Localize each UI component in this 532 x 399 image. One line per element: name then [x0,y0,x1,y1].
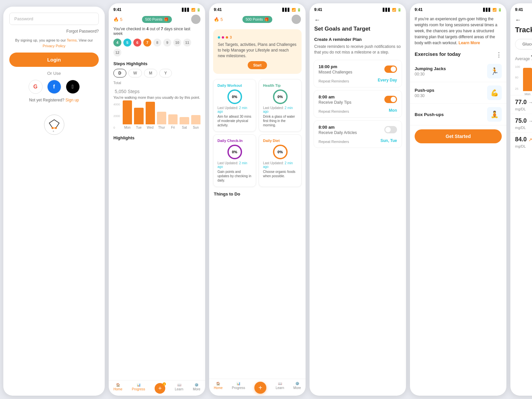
diet-time[interactable]: 2 min ago [263,161,293,169]
reminder-2-toggle[interactable] [384,96,397,103]
day-dot-12[interactable]: 12 [113,49,121,57]
tab-daily[interactable]: D [113,69,126,77]
exercise-pushups: Push-ups 00:30 💪 [410,82,506,104]
back-vitals[interactable]: ← [510,13,532,25]
reading-1-left: 77.0 → mg/DL [515,99,532,112]
reminder-3-toggle[interactable] [384,126,397,133]
login-button[interactable]: Login [9,53,99,67]
reading-2-val: 75.0 [515,117,527,124]
avg-label: Average [515,57,531,61]
activity-checkin: Daily Check-In 0% Last Updated: 2 min ag… [213,134,256,187]
setgoals-card: 9:41 ▋▋▋📶🔋 ← Set Goals and Target Create… [310,3,406,396]
tab-glucose[interactable]: Glucose Levels [515,39,532,49]
health-update: Last Updated: 2 min ago [263,106,297,113]
activity-title-checkin: Daily Check-In [217,139,252,143]
reading-1-val: 77.0 [515,99,527,105]
facebook-login-button[interactable]: f [47,80,61,94]
vitals-bars: Mon Tue Wed Thur Fri [523,66,532,96]
todo-nav-progress-label: Progress [232,386,245,390]
nav-progress[interactable]: 📊 Progress [132,383,145,394]
bar-thur-bar [157,112,166,124]
avatar[interactable] [191,15,200,24]
day-dot-10[interactable]: 10 [173,39,181,47]
day-dot-6[interactable]: 6 [133,39,141,47]
reading-2-left: 75.0 → mg/DL [515,117,532,130]
todo-section: Things to Do [209,190,306,201]
nav-learn[interactable]: 📖 Learn [175,383,184,394]
reminder-1-time: 18:00 pm [319,64,352,69]
bar-sun-label: Sun [193,126,199,129]
workout-progress: 0% [227,89,242,104]
tab-monthly[interactable]: M [144,69,157,77]
google-login-button[interactable]: G [29,80,43,94]
day-dot-7[interactable]: 7 [143,39,151,47]
points-badge[interactable]: 500 Points 🎁 [142,16,172,23]
todo-nav-learn[interactable]: 📖 Learn [276,382,284,394]
progress-icon-goals: 📊 [236,382,240,385]
reminder-2-val: Mon [389,108,397,113]
steps-total: Total 5,050Steps [109,79,205,95]
home-icon-goals: 🏠 [216,382,220,385]
forgot-password-link[interactable]: Forgot Password? [9,29,99,34]
workout-desc: Aim for atleast 30 mins of moderate phys… [217,114,252,127]
todo-title: Things to Do [214,192,301,197]
sign-up-link[interactable]: Sign up [66,98,79,102]
dot-num: 3 [230,35,232,39]
reminder-3-info: 8:00 am Receive Daily Articles [319,125,357,135]
checkin-time[interactable]: 2 min ago [217,161,247,169]
get-started-button[interactable]: Get Started [415,129,502,143]
checkin-desc: Gain points and updates by checking in d… [217,170,252,183]
highlights-section: Highlights [109,133,205,143]
points-badge-goals[interactable]: 500 Points🎁 [242,16,272,23]
bar-tue-bar [134,108,143,124]
reminder-1-toggle[interactable] [384,66,397,73]
exercise-bpu-name: Box Push-ups [415,112,444,117]
bar-mon-label: Mon [124,126,130,129]
exercise-pu-info: Push-ups 00:30 [415,88,434,98]
reminder-1: 18:00 pm Missed Challenges Repeat Remind… [314,60,402,87]
todo-nav-more[interactable]: ⚙️ More [293,382,301,394]
tab-weekly[interactable]: W [128,69,142,77]
todo-nav-progress[interactable]: 📊 Progress [232,382,245,394]
workout-time[interactable]: 2 min ago [217,106,247,113]
add-button[interactable]: + 1 [155,383,165,394]
status-bar-goals: 9:41 ▋▋▋📶🔋 [209,5,306,13]
status-bar-exercises: 9:41 ▋▋▋📶🔋 [410,5,506,13]
back-arrow-setgoals[interactable]: ← [310,13,406,25]
home-icon: 🏠 [116,383,120,387]
vitals-chart: Mon Tue Wed Thur Fri [510,64,532,95]
day-dot-9[interactable]: 9 [163,39,171,47]
time-setgoals: 9:41 [314,7,322,12]
fire-badge-goals: 🔥5 [214,17,223,22]
reminder-2-sub: Repeat Reminders [319,109,349,113]
apple-login-button[interactable]:  [66,80,80,94]
promo-start-button[interactable]: Start [248,61,267,69]
day-dot-11[interactable]: 11 [183,39,191,47]
todo-nav-home[interactable]: 🏠 Home [214,382,223,394]
todo-add-button[interactable]: + [254,382,266,394]
exercises-more-icon[interactable]: ⋮ [496,51,502,59]
status-icons-setgoals: ▋▋▋📶🔋 [383,8,401,12]
reading-1-unit: mg/DL [515,107,526,111]
nav-more[interactable]: ⚙️ More [193,383,200,394]
reading-2-unit: mg/DL [515,126,526,130]
learn-more-link[interactable]: Learn More [459,41,480,45]
nav-add[interactable]: + 1 [155,383,165,394]
nav-home[interactable]: 🏠 Home [113,383,122,394]
password-field[interactable]: Password [9,13,99,25]
day-dot-8[interactable]: 8 [153,39,161,47]
dot-orange [226,36,228,39]
bar-sat-label: Sat [182,126,187,129]
vbar-mon [523,68,532,91]
tab-yearly[interactable]: Y [159,69,172,77]
day-dot-5[interactable]: 5 [123,39,131,47]
diet-desc: Choose organic foods when possible. [263,170,297,178]
avatar-goals[interactable] [292,15,301,24]
todo-nav-learn-label: Learn [276,386,284,390]
health-time[interactable]: 2 min ago [263,106,293,113]
bar-wed-bar [146,102,155,124]
add-badge: 1 [163,382,166,386]
goals-card: 9:41 ▋▋▋📶🔋 🔥5 500 Points🎁 3 Set Targets,… [209,3,306,396]
bar-tue-label: Tue [136,126,142,129]
day-dot-4[interactable]: 4 [113,39,121,47]
